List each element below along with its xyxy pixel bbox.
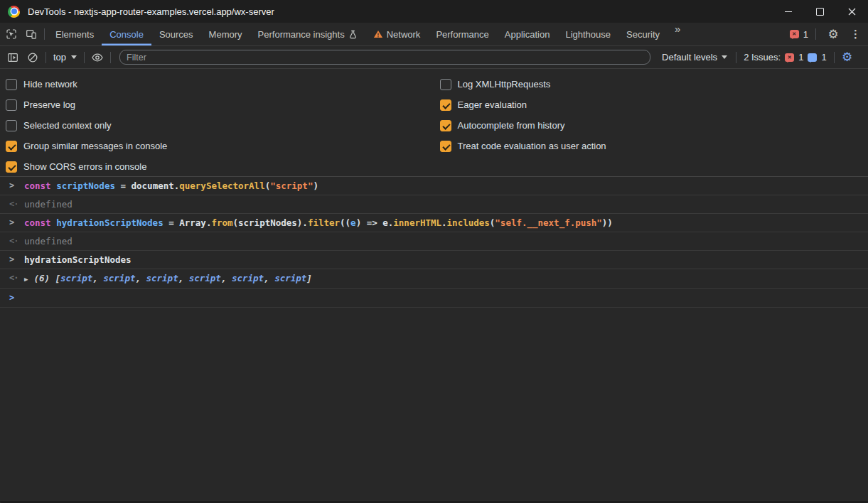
titlebar: DevTools - nextjs-app-router-examples.ve… (0, 0, 868, 23)
console-sidebar-button[interactable] (3, 52, 23, 63)
checkbox-checked-icon (6, 141, 17, 152)
tab-memory[interactable]: Memory (201, 23, 250, 45)
code-token: undefined (24, 199, 73, 210)
tab-security[interactable]: Security (618, 23, 668, 45)
code-token: ) => e. (356, 217, 394, 228)
console-result: <·undefined (0, 232, 868, 251)
issues-summary[interactable]: 2 Issues: 1 1 (739, 52, 831, 63)
result-arrow-icon: <· (9, 232, 21, 250)
tab-lighthouse[interactable]: Lighthouse (557, 23, 618, 45)
devtools-tabbar: ElementsConsoleSourcesMemoryPerformance … (0, 23, 868, 46)
console-message-text: const hydrationScriptNodes = Array.from(… (24, 214, 613, 232)
settings-button[interactable]: ⚙ (823, 28, 843, 40)
close-button[interactable] (836, 0, 868, 23)
console-message-text: undefined (24, 232, 73, 250)
setting-show-cors-errors-in-console[interactable]: Show CORS errors in console (6, 156, 434, 177)
command-chevron-icon: > (9, 251, 21, 269)
setting-label: Hide network (23, 79, 77, 90)
node-link[interactable]: script (103, 273, 135, 283)
code-token: [ (55, 273, 61, 283)
execution-context-selector[interactable]: top (49, 52, 81, 63)
node-link[interactable]: script (189, 273, 221, 283)
device-toolbar-icon (26, 28, 37, 40)
code-token: "self.__next_f.push" (495, 217, 602, 228)
inspect-cursor-icon (6, 28, 17, 40)
setting-group-similar-messages-in-console[interactable]: Group similar messages in console (6, 136, 434, 156)
code-token: ] (306, 273, 312, 283)
node-link[interactable]: script (146, 273, 178, 283)
prompt-chevron-icon: > (9, 289, 21, 307)
issues-badge[interactable]: 1 (790, 29, 808, 40)
code-token: scriptNodes (56, 180, 115, 191)
setting-selected-context-only[interactable]: Selected context only (6, 115, 434, 136)
filter-input[interactable] (119, 50, 650, 65)
tab-label: Sources (159, 29, 193, 40)
setting-hide-network[interactable]: Hide network (6, 74, 434, 94)
code-token: . (441, 217, 447, 228)
tab-label: Network (387, 29, 421, 40)
tab-label: Elements (55, 29, 94, 40)
setting-label: Selected context only (23, 120, 112, 131)
maximize-button[interactable] (804, 0, 836, 23)
expand-triangle-icon[interactable]: ▶ (24, 276, 28, 283)
code-token: , (178, 273, 189, 283)
setting-autocomplete-from-history[interactable]: Autocomplete from history (440, 115, 868, 136)
tab-console[interactable]: Console (102, 23, 151, 45)
setting-label: Treat code evaluation as user action (458, 141, 606, 151)
issue-error-icon (790, 30, 799, 38)
node-link[interactable]: script (60, 273, 92, 283)
log-levels-dropdown[interactable]: Default levels (656, 52, 733, 63)
inspect-element-button[interactable] (1, 23, 21, 45)
live-expression-button[interactable] (87, 52, 107, 63)
code-token: includes (447, 217, 490, 228)
code-token: , (264, 273, 274, 283)
node-link[interactable]: script (232, 273, 264, 283)
code-token: = document. (115, 180, 179, 191)
tab-performance[interactable]: Performance (428, 23, 496, 45)
tab-label: Application (505, 29, 550, 40)
code-token: (( (340, 217, 350, 228)
chevron-down-icon (722, 55, 727, 62)
code-token: = Array. (164, 217, 212, 228)
console-toolbar: top Default levels 2 Issues: 1 1 ⚙ (0, 46, 868, 69)
checkbox-checked-icon (440, 120, 451, 131)
clear-console-button[interactable] (23, 52, 43, 63)
tab-label: Memory (209, 29, 242, 40)
node-link[interactable]: script (274, 273, 306, 283)
tab-label: Lighthouse (565, 29, 611, 40)
divider (44, 28, 45, 40)
setting-preserve-log[interactable]: Preserve log (6, 94, 434, 115)
setting-eager-evaluation[interactable]: Eager evaluation (440, 94, 868, 115)
more-tabs-button[interactable]: » (675, 23, 680, 45)
tab-network[interactable]: Network (365, 23, 429, 45)
toggle-device-toolbar-button[interactable] (21, 23, 41, 45)
customize-menu-button[interactable]: ⋮ (847, 28, 864, 40)
console-message-text: hydrationScriptNodes (24, 251, 132, 269)
divider (815, 28, 816, 40)
result-arrow-icon: <· (9, 195, 21, 213)
checkbox-unchecked-icon (6, 120, 17, 131)
divider (45, 52, 46, 63)
console-settings-button[interactable]: ⚙ (837, 51, 857, 63)
setting-treat-code-evaluation-as-user-action[interactable]: Treat code evaluation as user action (440, 136, 868, 156)
minimize-button[interactable] (772, 0, 804, 23)
tab-label: Console (109, 29, 144, 40)
gear-icon: ⚙ (827, 28, 838, 40)
tab-performance-insights[interactable]: Performance insights (250, 23, 365, 45)
code-token: const (24, 180, 56, 191)
tab-application[interactable]: Application (497, 23, 558, 45)
issue-info-icon (808, 53, 817, 62)
code-token: querySelectorAll (179, 180, 264, 191)
setting-log-xmlhttprequests[interactable]: Log XMLHttpRequests (440, 74, 868, 94)
console-messages: >const scriptNodes = document.querySelec… (0, 177, 868, 308)
tab-label: Performance insights (258, 29, 345, 40)
console-message-text: ▶(6) [script, script, script, script, sc… (24, 269, 312, 288)
console-settings-pane: Hide networkPreserve logSelected context… (0, 69, 868, 177)
tab-sources[interactable]: Sources (151, 23, 201, 45)
issues-summary-label: 2 Issues: (744, 52, 781, 63)
checkbox-unchecked-icon (6, 79, 17, 90)
console-command: >hydrationScriptNodes (0, 251, 868, 269)
tab-elements[interactable]: Elements (48, 23, 102, 45)
console-prompt[interactable]: > (0, 289, 868, 308)
command-chevron-icon: > (9, 177, 21, 195)
